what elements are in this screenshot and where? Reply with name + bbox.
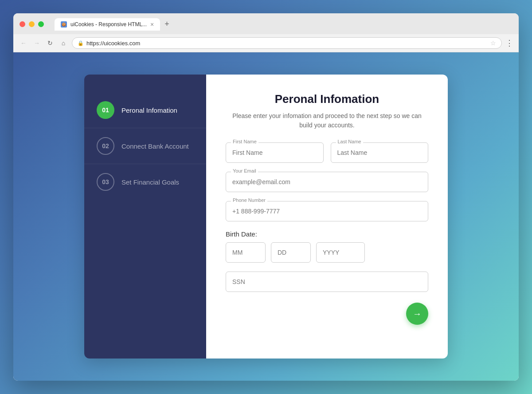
maximize-window-button[interactable]: [38, 21, 44, 27]
birth-day-input[interactable]: [271, 242, 311, 263]
phone-row: Phone Number: [226, 201, 428, 221]
form-panel: Peronal Infomation Please enter your inf…: [206, 75, 448, 359]
browser-content: 01 Peronal Infomation 02 Connect Bank Ac…: [13, 52, 519, 381]
tab-close-button[interactable]: ×: [150, 21, 154, 28]
step-item-1[interactable]: 01 Peronal Infomation: [84, 92, 206, 128]
browser-controls: 🍪 uiCookies - Responsive HTML... × +: [20, 18, 512, 31]
phone-label: Phone Number: [231, 197, 267, 203]
birth-date-section: Birth Date:: [226, 230, 428, 263]
last-name-label: Last Name: [336, 139, 363, 144]
new-tab-button[interactable]: +: [161, 18, 173, 31]
name-row: First Name Last Name: [226, 142, 428, 163]
birth-date-label: Birth Date:: [226, 230, 428, 238]
email-row: Your Email: [226, 172, 428, 192]
step-label-3: Set Financial Goals: [121, 178, 179, 186]
email-input[interactable]: [226, 172, 428, 192]
form-subtitle: Please enter your infomation and proceed…: [226, 111, 428, 130]
email-label: Your Email: [231, 168, 258, 173]
browser-window: 🍪 uiCookies - Responsive HTML... × + ← →…: [13, 13, 519, 381]
birth-year-input[interactable]: [316, 242, 365, 263]
tab-favicon: 🍪: [61, 21, 67, 28]
email-field: Your Email: [226, 172, 428, 192]
next-button[interactable]: →: [406, 303, 428, 325]
step-item-2[interactable]: 02 Connect Bank Account: [84, 128, 206, 164]
ssn-input[interactable]: [226, 272, 428, 292]
birth-date-row: [226, 242, 428, 263]
close-window-button[interactable]: [20, 21, 25, 27]
step-number-2: 02: [97, 137, 114, 155]
step-number-3: 03: [97, 173, 114, 191]
step-item-3[interactable]: 03 Set Financial Goals: [84, 164, 206, 200]
step-label-2: Connect Bank Account: [121, 142, 189, 150]
first-name-field: First Name: [226, 142, 324, 163]
active-tab[interactable]: 🍪 uiCookies - Responsive HTML... ×: [55, 18, 160, 31]
home-button[interactable]: ⌂: [59, 38, 68, 48]
next-button-icon: →: [413, 309, 422, 319]
more-options-button[interactable]: ⋮: [505, 38, 513, 48]
lock-icon: 🔒: [78, 40, 84, 46]
phone-input[interactable]: [226, 201, 428, 221]
first-name-input[interactable]: [226, 142, 324, 163]
refresh-button[interactable]: ↻: [45, 38, 55, 48]
last-name-input[interactable]: [331, 142, 429, 163]
first-name-label: First Name: [231, 139, 258, 144]
minimize-window-button[interactable]: [29, 21, 35, 27]
form-title: Peronal Infomation: [226, 92, 428, 106]
browser-tabs: 🍪 uiCookies - Responsive HTML... × +: [55, 18, 173, 31]
back-button[interactable]: ←: [19, 38, 28, 48]
step-number-1: 01: [97, 101, 114, 119]
phone-field: Phone Number: [226, 201, 428, 221]
forward-button[interactable]: →: [32, 38, 42, 48]
last-name-field: Last Name: [331, 142, 429, 163]
sidebar: 01 Peronal Infomation 02 Connect Bank Ac…: [84, 75, 206, 359]
bookmark-icon[interactable]: ☆: [490, 39, 496, 47]
browser-navbar: ← → ↻ ⌂ 🔒 https://uicookies.com ☆ ⋮: [13, 34, 519, 52]
card-container: 01 Peronal Infomation 02 Connect Bank Ac…: [84, 75, 448, 359]
step-label-1: Peronal Infomation: [121, 106, 177, 114]
tab-title: uiCookies - Responsive HTML...: [70, 21, 147, 28]
browser-titlebar: 🍪 uiCookies - Responsive HTML... × +: [13, 13, 519, 34]
birth-month-input[interactable]: [226, 242, 266, 263]
form-footer: →: [226, 303, 428, 325]
address-bar[interactable]: 🔒 https://uicookies.com ☆: [72, 37, 502, 49]
url-text: https://uicookies.com: [86, 40, 488, 47]
